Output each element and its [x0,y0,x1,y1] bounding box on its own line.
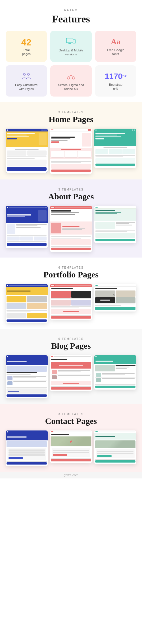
row [51,298,91,299]
port-num [100,300,110,301]
sub [51,212,79,213]
row [51,162,81,163]
row [51,306,91,307]
logo [51,207,54,208]
blog-thumb [7,376,12,380]
footer [7,243,47,246]
home-eyebrow: 3 TEMPLATES [5,111,137,114]
nav-line [55,207,91,208]
devices-label: Desktop & Mobileversions [59,48,83,57]
title [51,137,75,138]
nav-line [54,432,91,432]
post-title [7,372,37,373]
footer [51,170,91,172]
footer [7,167,47,171]
row [51,458,91,459]
nav-dot [7,285,8,286]
blog-item [7,381,47,386]
footer [51,387,91,390]
row [62,228,85,229]
blog-title: Blog Pages [5,341,137,351]
port-img [51,291,71,298]
port-img [27,303,47,309]
nav-dot [7,356,8,357]
form-field [9,451,45,453]
blog-content [58,370,90,374]
footer [7,394,47,397]
card [27,150,47,156]
title [95,210,115,211]
portfolio-pages-section: 6 TEMPLATES Portfolio Pages [0,258,142,329]
nav-line [97,130,131,130]
blog-content [13,381,46,385]
port-img [7,303,26,309]
nav-line [54,356,91,357]
watermark: gfxtra.com [0,472,142,478]
blog-img [95,365,115,371]
title [7,436,27,438]
svg-point-4 [23,73,25,75]
logo [95,207,98,208]
svg-rect-0 [66,38,73,43]
sketch-label: Sketch, Figma andAdobe XD [58,83,84,91]
blog-title-line [58,370,90,371]
portfolio-thumb-3: K [94,284,136,311]
nav-line [9,207,45,208]
nav-dot [7,207,8,208]
svg-line-8 [70,75,71,77]
form-field [97,451,133,452]
home-pages-section: 3 TEMPLATES Home Pages [0,102,142,179]
row [7,158,35,159]
pages-label: Totalpages [22,48,31,56]
contact-form [52,448,90,457]
btn [51,141,59,143]
row [62,226,80,227]
sub2 [95,213,117,214]
blog-thumb-1 [6,355,48,398]
title [7,361,27,362]
feature-sketch: Sketch, Figma andAdobe XD [50,65,91,97]
pages-number: 42 [21,38,32,47]
row [116,368,127,369]
btn [8,391,19,392]
footer [7,319,47,322]
blog-thumb [52,375,57,379]
title [95,436,115,437]
row [116,365,135,366]
portfolio-thumb-1 [6,284,48,323]
feature-fonts: Aa Free Googlefonts [95,31,136,62]
blog-previews [5,355,137,398]
card [78,151,91,157]
bootstrap-number: 1170 [105,72,122,81]
row [7,156,47,157]
stat [34,237,47,241]
home-thumb-2 [50,129,92,174]
nav-dot [45,129,47,131]
section [7,160,47,165]
card [51,151,64,157]
sub [95,212,121,213]
row [7,310,47,311]
form-submit [97,455,112,457]
section [51,164,91,169]
about-pages-section: 3 TEMPLATES About Pages [0,179,142,258]
row [7,235,47,236]
blog-title-line [102,373,135,374]
port-img [27,313,47,318]
nav-line [9,130,41,130]
btn [88,129,91,131]
hero-sub [7,135,27,135]
btn [95,138,104,139]
hero-illus [39,133,47,145]
contact-form [7,448,46,460]
row [63,383,79,384]
nav-dot [7,431,8,432]
row [15,149,39,150]
blog-sub-line [13,377,36,378]
svg-line-9 [71,75,72,77]
row [16,227,41,228]
nav-dot [95,356,97,357]
scissors-icon [66,72,76,80]
feature-styles: Easy Customizewith Styles [6,65,47,97]
img [51,223,61,233]
